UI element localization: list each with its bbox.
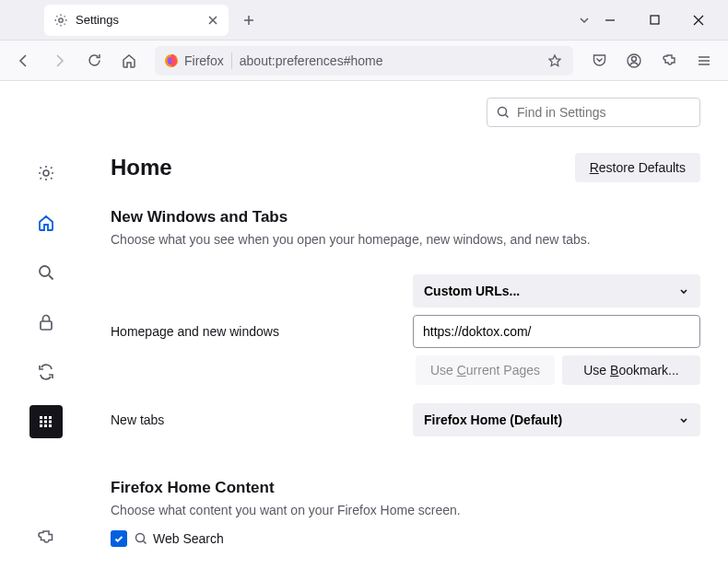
svg-point-6 [43, 170, 49, 176]
settings-sidebar [0, 81, 92, 569]
url-bar[interactable]: Firefox about:preferences#home [155, 46, 573, 75]
browser-tab[interactable]: Settings [44, 5, 229, 36]
identity-box[interactable]: Firefox [164, 53, 224, 68]
new-tab-button[interactable] [236, 7, 262, 33]
tabs-dropdown-icon[interactable] [571, 7, 597, 33]
restore-defaults-button[interactable]: Restore Defaults [575, 153, 700, 182]
account-button[interactable] [619, 46, 649, 75]
chevron-down-icon [678, 414, 689, 425]
websearch-label: Web Search [135, 531, 224, 546]
back-button[interactable] [9, 46, 39, 75]
forward-button[interactable] [44, 46, 74, 75]
page-title: Home [111, 155, 172, 180]
svg-point-7 [40, 266, 50, 276]
sidebar-item-extensions[interactable] [29, 521, 63, 554]
search-icon [497, 106, 510, 119]
gear-icon [53, 13, 68, 28]
svg-point-0 [59, 17, 63, 21]
sidebar-item-search[interactable] [29, 256, 63, 289]
minimize-button[interactable] [597, 7, 623, 33]
sidebar-item-home[interactable] [29, 206, 63, 239]
bookmark-star-icon[interactable] [546, 52, 564, 70]
homepage-label-text: Homepage and new windows [111, 324, 413, 339]
sidebar-item-privacy[interactable] [29, 306, 63, 339]
url-text: about:preferences#home [240, 53, 538, 68]
separator [231, 52, 232, 69]
find-settings-field[interactable] [517, 105, 690, 120]
checkmark-icon [113, 533, 124, 544]
home-button[interactable] [114, 46, 144, 75]
newtabs-label: New tabs [111, 412, 413, 427]
navigation-toolbar: Firefox about:preferences#home [0, 41, 728, 81]
menu-button[interactable] [689, 46, 719, 75]
close-window-button[interactable] [686, 7, 711, 33]
search-icon [135, 532, 147, 545]
content-area: Home Restore Defaults New Windows and Ta… [0, 81, 728, 569]
svg-rect-8 [41, 321, 52, 330]
reload-button[interactable] [79, 46, 109, 75]
svg-point-9 [499, 108, 507, 116]
use-current-pages-button[interactable]: Use Current Pages [416, 355, 555, 385]
maximize-button[interactable] [641, 7, 667, 33]
section-heading: New Windows and Tabs [111, 208, 700, 226]
svg-point-10 [136, 534, 145, 542]
section-heading-2: Firefox Home Content [111, 479, 700, 497]
tab-title: Settings [76, 13, 197, 27]
newtabs-select[interactable]: Firefox Home (Default) [413, 403, 700, 436]
use-bookmark-button[interactable]: Use Bookmark... [562, 355, 700, 385]
firefox-icon [164, 53, 179, 68]
section-description-2: Choose what content you want on your Fir… [111, 503, 700, 517]
close-icon[interactable] [205, 12, 221, 29]
sidebar-item-general[interactable] [29, 157, 63, 190]
svg-point-5 [632, 56, 637, 61]
pocket-button[interactable] [584, 46, 614, 75]
section-description: Choose what you see when you open your h… [111, 232, 700, 247]
identity-label: Firefox [184, 53, 224, 68]
homepage-url-input[interactable] [413, 315, 700, 348]
find-settings-input[interactable] [487, 98, 700, 127]
svg-rect-1 [651, 16, 659, 24]
sidebar-item-more[interactable] [29, 405, 63, 438]
extensions-button[interactable] [654, 46, 684, 75]
settings-main: Home Restore Defaults New Windows and Ta… [92, 81, 728, 569]
titlebar: Settings [0, 0, 728, 41]
sidebar-item-sync[interactable] [29, 355, 63, 389]
websearch-checkbox[interactable] [111, 530, 127, 547]
chevron-down-icon [678, 285, 689, 296]
homepage-mode-select[interactable]: Custom URLs... [413, 274, 700, 308]
